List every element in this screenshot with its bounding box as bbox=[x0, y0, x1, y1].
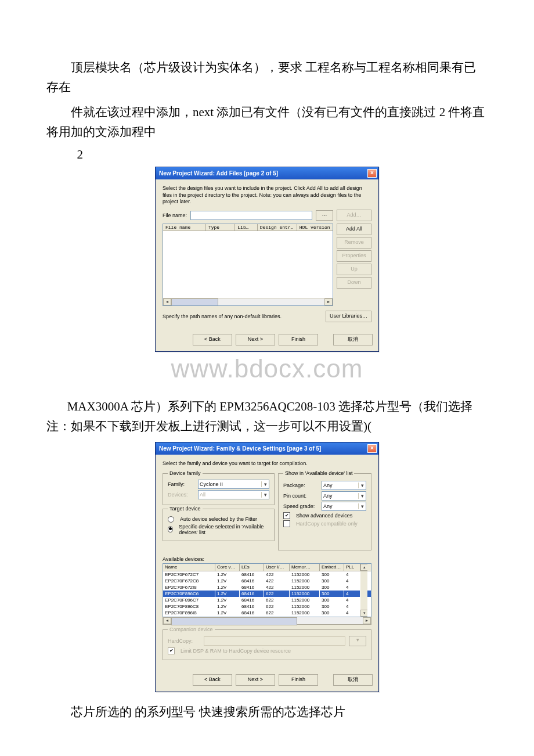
remove-button[interactable]: Remove bbox=[337, 237, 371, 249]
table-cell: 68416 bbox=[240, 597, 264, 603]
back-button[interactable]: < Back bbox=[193, 674, 232, 686]
table-cell: 622 bbox=[264, 610, 290, 617]
down-button[interactable]: Down bbox=[337, 277, 371, 289]
auto-device-radio[interactable]: Auto device selected by the Fitter bbox=[168, 516, 269, 523]
speed-label: Speed grade: bbox=[283, 503, 318, 509]
add-all-button[interactable]: Add All bbox=[337, 224, 371, 235]
speed-select[interactable]: Any▾ bbox=[322, 502, 366, 511]
scroll-left-icon[interactable]: ◄ bbox=[163, 617, 171, 624]
dialog-instructions: Select the family and device you want to… bbox=[163, 460, 371, 467]
table-cell: 1152000 bbox=[290, 610, 320, 617]
table-cell: 1152000 bbox=[290, 584, 320, 591]
checkbox-icon bbox=[283, 520, 290, 527]
scroll-thumb[interactable] bbox=[171, 617, 297, 625]
scroll-left-icon[interactable]: ◄ bbox=[163, 298, 171, 305]
cancel-button[interactable]: 取消 bbox=[333, 674, 373, 686]
device-family-group: Device family Family: Cyclone II▾ Device… bbox=[163, 473, 275, 505]
col-core[interactable]: Core v… bbox=[215, 564, 240, 571]
hardcopy-only-label: HardCopy compatible only bbox=[296, 521, 358, 527]
user-libraries-button[interactable]: User Libraries… bbox=[326, 311, 371, 322]
paragraph-2: 件就在该过程中添加，next 添加已有文件（没有已有文件的直接跳过 2 件将直将… bbox=[46, 103, 488, 142]
finish-button[interactable]: Finish bbox=[279, 334, 318, 345]
chevron-down-icon: ▾ bbox=[261, 492, 269, 498]
table-row[interactable]: EP2C70F672C81.2V6841642211520003004 bbox=[163, 578, 371, 584]
device-family-legend: Device family bbox=[168, 470, 203, 476]
show-advanced-label: Show advanced devices bbox=[296, 513, 352, 519]
cancel-button[interactable]: 取消 bbox=[333, 334, 373, 345]
specific-device-radio[interactable]: Specific device selected in 'Available d… bbox=[168, 524, 269, 535]
package-select[interactable]: Any▾ bbox=[322, 481, 366, 490]
limit-dsp-label: Limit DSP & RAM to HardCopy device resou… bbox=[181, 648, 291, 654]
col-filename[interactable]: File name bbox=[163, 224, 206, 231]
col-emb[interactable]: Embed… bbox=[320, 564, 344, 571]
table-cell: 622 bbox=[264, 597, 290, 603]
specific-device-label: Specific device selected in 'Available d… bbox=[179, 524, 269, 535]
properties-button[interactable]: Properties bbox=[337, 250, 371, 262]
table-row[interactable]: EP2C70F896C81.2V6841662211520003004 bbox=[163, 603, 371, 610]
filename-input[interactable] bbox=[190, 211, 312, 220]
table-cell: 4 bbox=[344, 584, 360, 591]
scroll-thumb[interactable] bbox=[171, 298, 218, 306]
table-row[interactable]: EP2C70F672I81.2V6841642211520003004 bbox=[163, 584, 371, 591]
available-devices-table[interactable]: Name Core v… LEs User I/… Memor… Embed… … bbox=[163, 563, 371, 617]
table-row[interactable]: EP2C70F672C71.2V6841642211520003004 bbox=[163, 571, 371, 578]
hardcopy-select bbox=[204, 636, 345, 646]
up-button[interactable]: Up bbox=[337, 264, 371, 275]
next-button[interactable]: Next > bbox=[236, 334, 275, 345]
col-io[interactable]: User I/… bbox=[264, 564, 290, 571]
col-type[interactable]: Type bbox=[206, 224, 235, 231]
library-note: Specify the path names of any non-defaul… bbox=[163, 314, 282, 319]
family-select[interactable]: Cyclone II▾ bbox=[198, 480, 269, 489]
table-row[interactable]: EP2C70F896C71.2V6841662211520003004 bbox=[163, 597, 371, 603]
col-les[interactable]: LEs bbox=[240, 564, 264, 571]
col-pll[interactable]: PLL bbox=[344, 564, 360, 571]
pincount-label: Pin count: bbox=[283, 493, 318, 499]
dialog-titlebar[interactable]: New Project Wizard: Family & Device Sett… bbox=[156, 442, 378, 455]
table-row[interactable]: EP2C70F896C61.2V6841662211520003004 bbox=[163, 591, 371, 597]
target-device-legend: Target device bbox=[168, 506, 203, 512]
scroll-track[interactable] bbox=[171, 298, 324, 305]
add-button[interactable]: Add… bbox=[337, 210, 371, 221]
table-cell: 1152000 bbox=[290, 591, 320, 597]
col-lib[interactable]: Lib… bbox=[235, 224, 258, 231]
dialog-titlebar[interactable]: New Project Wizard: Add Files [page 2 of… bbox=[156, 167, 378, 179]
finish-button[interactable]: Finish bbox=[279, 674, 318, 686]
back-button[interactable]: < Back bbox=[193, 334, 232, 345]
radio-icon bbox=[168, 526, 173, 532]
scroll-right-icon[interactable]: ► bbox=[324, 298, 333, 305]
limit-dsp-checkbox: Limit DSP & RAM to HardCopy device resou… bbox=[168, 647, 366, 654]
family-value: Cyclone II bbox=[200, 481, 223, 487]
chevron-down-icon: ▾ bbox=[358, 483, 366, 488]
table-cell: 4 bbox=[344, 591, 360, 597]
scroll-right-icon[interactable]: ► bbox=[363, 617, 371, 624]
pincount-select[interactable]: Any▾ bbox=[322, 491, 366, 501]
speed-value: Any bbox=[323, 503, 333, 509]
col-mem[interactable]: Memor… bbox=[290, 564, 320, 571]
files-table[interactable]: File name Type Lib… Design entr… HDL ver… bbox=[163, 224, 333, 306]
table-cell: 4 bbox=[344, 571, 360, 578]
scroll-up-icon[interactable]: ▴ bbox=[360, 564, 367, 571]
table-cell: 68416 bbox=[240, 584, 264, 591]
show-advanced-checkbox[interactable]: Show advanced devices bbox=[283, 512, 366, 519]
table-cell: EP2C70F896C7 bbox=[163, 597, 215, 603]
horizontal-scrollbar[interactable]: ◄ ► bbox=[163, 617, 371, 625]
devices-select: All▾ bbox=[198, 490, 269, 499]
scroll-track[interactable] bbox=[171, 617, 363, 624]
col-entry[interactable]: Design entr… bbox=[258, 224, 297, 231]
pincount-value: Any bbox=[323, 493, 333, 499]
close-icon[interactable]: × bbox=[367, 169, 377, 178]
vertical-scrollbar[interactable]: ▴ bbox=[360, 564, 367, 571]
next-button[interactable]: Next > bbox=[236, 674, 275, 686]
table-cell: 300 bbox=[320, 578, 344, 584]
table-row[interactable]: EP2C70F896I81.2V6841662211520003004▾ bbox=[163, 610, 371, 617]
table-cell bbox=[360, 603, 367, 610]
horizontal-scrollbar[interactable]: ◄ ► bbox=[163, 298, 333, 305]
table-cell: 1.2V bbox=[215, 578, 240, 584]
table-cell: 1.2V bbox=[215, 571, 240, 578]
browse-button[interactable]: … bbox=[316, 210, 333, 221]
table-cell bbox=[360, 591, 367, 597]
col-hdl[interactable]: HDL version bbox=[297, 224, 333, 231]
scroll-down-icon[interactable]: ▾ bbox=[360, 610, 367, 617]
close-icon[interactable]: × bbox=[367, 444, 377, 453]
col-name[interactable]: Name bbox=[163, 564, 215, 571]
